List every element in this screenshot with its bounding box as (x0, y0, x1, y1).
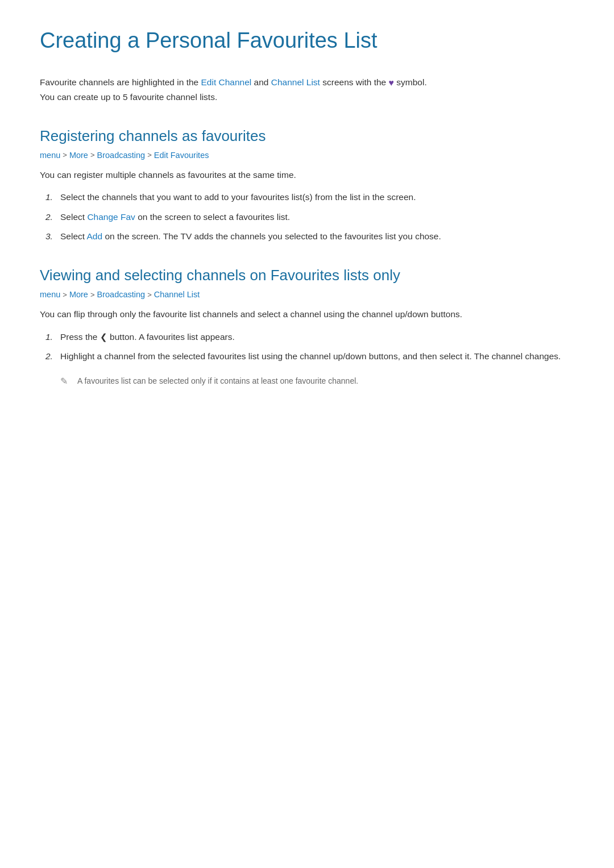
add-link[interactable]: Add (87, 231, 103, 241)
breadcrumb-viewing-menu[interactable]: menu (40, 290, 60, 299)
breadcrumb-viewing: menu > More > Broadcasting > Channel Lis… (40, 290, 574, 299)
registering-body: You can register multiple channels as fa… (40, 168, 574, 182)
breadcrumb-menu[interactable]: menu (40, 151, 60, 160)
breadcrumb-viewing-more[interactable]: More (69, 290, 88, 299)
note-block: ✎ A favourites list can be selected only… (60, 375, 574, 387)
step3-text-before: Select (60, 231, 87, 241)
change-fav-link[interactable]: Change Fav (87, 212, 135, 222)
heart-icon: ♥ (389, 76, 395, 90)
breadcrumb-more[interactable]: More (69, 151, 88, 160)
intro-text-after: symbol. (394, 77, 427, 87)
breadcrumb-viewing-channel-list[interactable]: Channel List (154, 290, 200, 299)
page-title: Creating a Personal Favourites List (40, 28, 574, 59)
breadcrumb-sep-2: > (90, 151, 95, 159)
breadcrumb-viewing-sep-1: > (63, 290, 67, 299)
viewing-step2-number: 2. (40, 350, 60, 364)
intro-paragraph: Favourite channels are highlighted in th… (40, 76, 574, 105)
step2-text-before: Select (60, 212, 87, 222)
viewing-step1-text-before: Press the (60, 332, 100, 342)
chevron-left-icon: ❮ (100, 330, 107, 344)
viewing-step2-text: Highlight a channel from the selected fa… (60, 350, 574, 364)
registering-step-3: 3. Select Add on the screen. The TV adds… (40, 230, 574, 244)
section-registering-title: Registering channels as favourites (40, 127, 574, 145)
registering-step-2: 2. Select Change Fav on the screen to se… (40, 210, 574, 225)
step2-number: 2. (40, 210, 60, 225)
viewing-step-2: 2. Highlight a channel from the selected… (40, 350, 574, 364)
step2-text-after: on the screen to select a favourites lis… (135, 212, 290, 222)
section-viewing: Viewing and selecting channels on Favour… (40, 267, 574, 387)
intro-text-middle1: and (251, 77, 271, 87)
note-pencil-icon: ✎ (60, 376, 72, 387)
intro-line2: You can create up to 5 favourite channel… (40, 92, 217, 102)
breadcrumb-sep-3: > (147, 151, 152, 159)
step3-text-after: on the screen. The TV adds the channels … (102, 231, 441, 241)
breadcrumb-edit-favourites[interactable]: Edit Favourites (154, 151, 209, 160)
registering-steps-list: 1. Select the channels that you want to … (40, 190, 574, 244)
intro-text-before: Favourite channels are highlighted in th… (40, 77, 201, 87)
breadcrumb-viewing-sep-3: > (147, 290, 152, 299)
note-text: A favourites list can be selected only i… (77, 375, 358, 387)
viewing-step1-text: Press the ❮ button. A favourites list ap… (60, 330, 574, 344)
channel-list-link[interactable]: Channel List (271, 77, 320, 87)
step1-number: 1. (40, 190, 60, 205)
breadcrumb-viewing-sep-2: > (90, 290, 95, 299)
section-registering: Registering channels as favourites menu … (40, 127, 574, 244)
step1-text: Select the channels that you want to add… (60, 190, 574, 205)
viewing-step1-text-after: button. A favourites list appears. (107, 332, 235, 342)
viewing-step-1: 1. Press the ❮ button. A favourites list… (40, 330, 574, 344)
step3-text: Select Add on the screen. The TV adds th… (60, 230, 574, 244)
viewing-steps-list: 1. Press the ❮ button. A favourites list… (40, 330, 574, 364)
step3-number: 3. (40, 230, 60, 244)
breadcrumb-registering: menu > More > Broadcasting > Edit Favour… (40, 151, 574, 160)
breadcrumb-broadcasting[interactable]: Broadcasting (97, 151, 146, 160)
breadcrumb-viewing-broadcasting[interactable]: Broadcasting (97, 290, 146, 299)
edit-channel-link[interactable]: Edit Channel (201, 77, 252, 87)
step2-text: Select Change Fav on the screen to selec… (60, 210, 574, 225)
viewing-body: You can flip through only the favourite … (40, 307, 574, 322)
intro-text-middle2: screens with the (320, 77, 389, 87)
breadcrumb-sep-1: > (63, 151, 67, 159)
registering-step-1: 1. Select the channels that you want to … (40, 190, 574, 205)
section-viewing-title: Viewing and selecting channels on Favour… (40, 267, 574, 284)
viewing-step1-number: 1. (40, 330, 60, 344)
